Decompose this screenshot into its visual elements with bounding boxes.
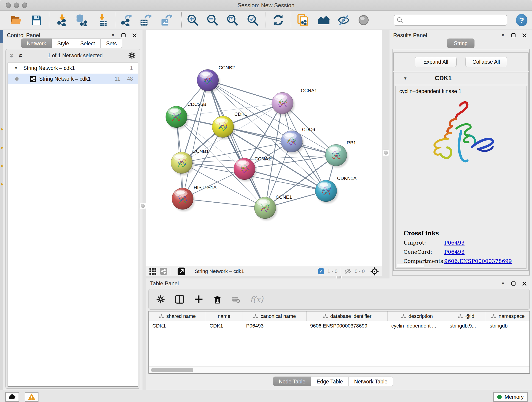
import-table-file-button[interactable] (95, 13, 109, 27)
collection-expander-icon[interactable]: ▼ (14, 66, 18, 70)
results-panel-float-icon[interactable]: ▼ (501, 33, 505, 37)
export-table-button[interactable] (139, 13, 152, 27)
control-panel-float-icon[interactable]: ▼ (111, 33, 115, 37)
tab-style[interactable]: Style (52, 38, 75, 48)
control-panel-maximize-icon[interactable] (121, 33, 126, 37)
table-horizontal-scrollbar[interactable] (149, 366, 530, 373)
tab-edge-table[interactable]: Edge Table (311, 376, 349, 386)
show-details-button[interactable] (357, 13, 370, 27)
table-settings-gear-icon[interactable] (156, 295, 165, 304)
cell-description[interactable]: cyclin–dependent ... (388, 321, 446, 331)
tab-network[interactable]: Network (21, 38, 52, 48)
network-node-ccna2[interactable] (234, 158, 257, 182)
column-header-namespace[interactable]: namespace (486, 312, 530, 321)
open-session-button[interactable] (10, 13, 23, 27)
right-splitter-handle[interactable] (383, 149, 389, 156)
save-session-button[interactable] (30, 13, 43, 27)
column-header-canonical-name[interactable]: canonical name (242, 312, 307, 321)
collapse-all-button[interactable]: Collapse All (465, 57, 507, 67)
network-node-cdc25b[interactable] (166, 106, 189, 129)
network-row[interactable]: String Network – cdk1 11 48 (8, 74, 138, 84)
zoom-fit-button[interactable] (226, 13, 239, 27)
network-options-gear-icon[interactable] (128, 51, 136, 59)
fit-content-crosshair-icon[interactable] (370, 267, 379, 276)
column-header-database-identifier[interactable]: database identifier (307, 312, 388, 321)
tab-string[interactable]: String (447, 38, 475, 48)
tab-node-table[interactable]: Node Table (273, 376, 311, 386)
refresh-layout-button[interactable] (272, 13, 285, 27)
string-network-graph[interactable]: CCNB2CCNA1CDC25BCDK1CDC6RB1CCNB1CCNA2CDK… (146, 30, 382, 267)
scrollbar-thumb[interactable] (151, 368, 193, 372)
table-row[interactable]: CDK1 CDK1 P06493 9606.ENSP00000378699 cy… (149, 321, 530, 331)
network-node-ccnb2[interactable] (197, 70, 220, 93)
left-splitter[interactable] (143, 30, 146, 390)
cell-database-identifier[interactable]: 9606.ENSP00000378699 (307, 321, 388, 331)
cell-name[interactable]: CDK1 (206, 321, 243, 331)
help-button[interactable]: ? (516, 14, 527, 26)
left-splitter-handle[interactable] (139, 203, 146, 209)
network-node-cdkn1a[interactable] (315, 180, 338, 204)
results-panel-close-icon[interactable] (522, 33, 526, 38)
tab-sets[interactable]: Sets (101, 38, 122, 48)
birds-eye-view-icon[interactable] (177, 267, 186, 275)
table-panel-maximize-icon[interactable] (511, 281, 515, 286)
network-node-hist1h1a[interactable] (172, 188, 195, 211)
zoom-selected-button[interactable] (246, 13, 259, 27)
grid-view-icon[interactable] (149, 268, 157, 275)
delete-column-trash-icon[interactable] (213, 295, 222, 304)
export-image-button[interactable] (159, 13, 173, 27)
import-network-database-button[interactable] (74, 13, 88, 27)
results-scrollbar[interactable] (397, 264, 424, 268)
column-header-description[interactable]: description (388, 312, 446, 321)
results-panel-maximize-icon[interactable] (511, 33, 515, 37)
warning-status-button[interactable] (25, 392, 38, 402)
delete-table-icon[interactable] (232, 295, 240, 304)
column-header-shared-name[interactable]: shared name (149, 312, 206, 321)
create-column-plus-icon[interactable] (194, 295, 203, 304)
network-canvas[interactable]: CCNB2CCNA1CDC25BCDK1CDC6RB1CCNB1CCNA2CDK… (146, 30, 382, 267)
collapse-all-networks-icon[interactable]: » (7, 53, 17, 58)
memory-button[interactable]: Memory (493, 392, 528, 402)
crosslink-link[interactable]: 9606.ENSP00000378699 (444, 258, 512, 264)
network-collection-row[interactable]: ▼ String Network – cdk1 1 (8, 63, 138, 74)
search-input[interactable] (394, 15, 507, 26)
zoom-out-button[interactable] (206, 13, 219, 27)
expand-all-button[interactable]: Expand All (415, 57, 457, 67)
network-node-ccne1[interactable] (254, 197, 277, 220)
cell-canonical-name[interactable]: P06493 (242, 321, 306, 331)
zoom-in-button[interactable] (186, 13, 199, 27)
column-header-name[interactable]: name (206, 312, 243, 321)
network-view-icon[interactable] (160, 268, 167, 275)
export-network-button[interactable] (120, 13, 133, 27)
function-builder-fx[interactable]: f(x) (250, 295, 263, 304)
network-node-rb1[interactable] (325, 144, 348, 168)
close-window-button[interactable] (6, 2, 11, 8)
table-panel-close-icon[interactable] (522, 281, 526, 286)
tab-select[interactable]: Select (75, 38, 101, 48)
control-panel-close-icon[interactable] (132, 33, 137, 38)
table-header-row: shared name name canonical name database… (149, 312, 530, 321)
gene-expander-icon[interactable]: ▼ (403, 76, 407, 80)
tab-network-table[interactable]: Network Table (349, 376, 393, 386)
table-panel-float-icon[interactable]: ▼ (501, 281, 505, 286)
expand-all-networks-icon[interactable]: » (16, 53, 25, 58)
crosslink-link[interactable]: P06493 (444, 240, 465, 246)
network-node-ccna1[interactable] (272, 92, 295, 116)
import-network-file-button[interactable] (56, 13, 69, 27)
minimize-window-button[interactable] (14, 2, 19, 8)
show-columns-icon[interactable] (175, 294, 184, 304)
hide-selected-button[interactable] (337, 13, 350, 27)
cell-id[interactable]: stringdb:9... (446, 321, 486, 331)
cloud-status-button[interactable] (5, 392, 19, 402)
cell-namespace[interactable]: stringdb (486, 321, 530, 331)
zoom-window-button[interactable] (22, 2, 27, 8)
gene-section-header[interactable]: ▼ CDK1 (394, 72, 528, 84)
string-home-button[interactable] (317, 13, 330, 27)
duplicate-network-button[interactable] (296, 13, 310, 27)
crosslink-link[interactable]: 9606.ENSP00000378699 (444, 267, 512, 269)
cell-shared-name[interactable]: CDK1 (149, 321, 206, 331)
crosslink-link[interactable]: P06493 (444, 249, 465, 255)
column-header-id[interactable]: @id (446, 312, 486, 321)
network-node-cdk1[interactable] (212, 116, 235, 139)
selected-checkbox-icon[interactable]: ✓ (318, 268, 324, 274)
